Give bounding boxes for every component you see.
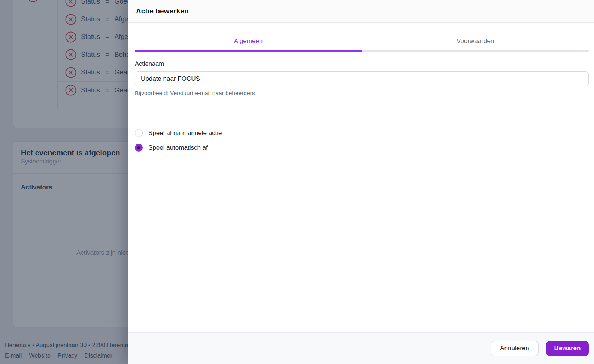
save-button[interactable]: Bewaren — [546, 341, 589, 356]
radio-option-automatic-label: Speel automatisch af — [148, 144, 208, 152]
drawer-body: Actienaam Bijvoorbeeld: Verstuurt e-mail… — [128, 52, 594, 332]
action-name-label: Actienaam — [135, 60, 589, 67]
edit-action-drawer: Actie bewerken Algemeen Voorwaarden Acti… — [128, 0, 594, 364]
radio-unchecked-icon — [135, 129, 143, 137]
tab-voorwaarden-label: Voorwaarden — [362, 37, 589, 50]
action-name-help: Bijvoorbeeld: Verstuurt e-mail naar behe… — [135, 90, 589, 97]
tab-inactive-indicator — [362, 50, 589, 52]
radio-checked-icon — [135, 144, 143, 152]
cancel-button[interactable]: Annuleren — [491, 341, 539, 356]
drawer-header: Actie bewerken — [128, 0, 594, 23]
drawer-tabs: Algemeen Voorwaarden — [128, 23, 594, 52]
drawer-title: Actie bewerken — [136, 7, 189, 15]
drawer-footer: Annuleren Bewaren — [128, 332, 594, 364]
action-name-input[interactable] — [135, 71, 589, 86]
radio-option-automatic[interactable]: Speel automatisch af — [135, 144, 589, 152]
tab-algemeen[interactable]: Algemeen — [135, 37, 362, 52]
tab-voorwaarden[interactable]: Voorwaarden — [362, 37, 589, 52]
section-divider — [135, 112, 589, 112]
tab-active-indicator — [135, 50, 362, 52]
tab-algemeen-label: Algemeen — [135, 37, 362, 50]
radio-option-manual[interactable]: Speel af na manuele actie — [135, 129, 589, 137]
radio-option-manual-label: Speel af na manuele actie — [148, 129, 222, 137]
app-root: Status = Goedgekeurd Status = Afgekeurd … — [0, 0, 594, 364]
